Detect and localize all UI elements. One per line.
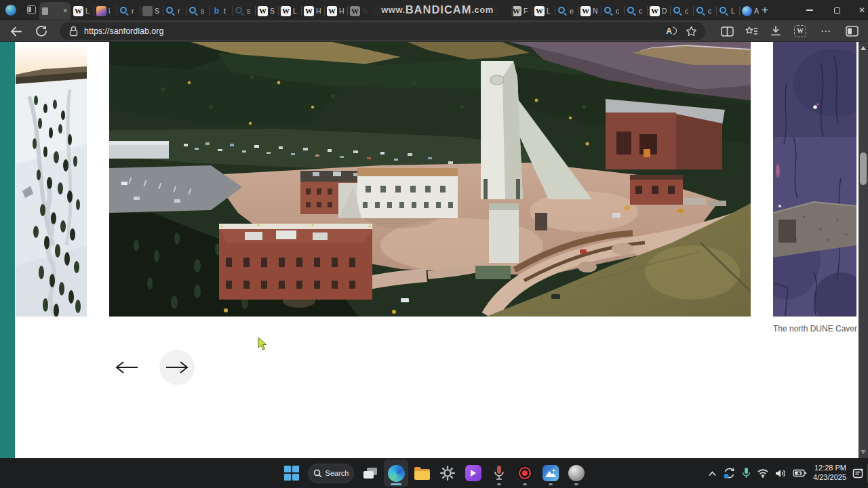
taskbar-app-clipchamp[interactable] [461,460,486,487]
carousel-prev-button[interactable] [115,361,139,374]
tab-title: c [708,7,711,15]
onedrive-sync-icon[interactable] [723,467,736,479]
tab-favicon [557,6,568,16]
browser-tab[interactable]: i [94,2,117,20]
browser-toolbar: https://sanfordlab.org A W ⋯ [0,20,868,42]
tab-favicon [534,6,545,16]
settings-more-icon[interactable]: ⋯ [818,24,834,39]
taskbar-app-file-explorer[interactable] [410,460,434,487]
task-view-icon [363,467,378,480]
collections-icon[interactable] [743,24,760,39]
tab-title: L [85,7,90,15]
page-scrollbar[interactable] [859,42,868,458]
taskbar-app-settings[interactable] [435,460,460,487]
taskbar-app-bandicam[interactable] [513,460,537,487]
tab-favicon [673,6,683,16]
hidden-icons-chevron[interactable] [708,470,717,476]
browser-tab[interactable]: N [578,2,601,20]
window-close-button[interactable]: ✕ [848,0,868,20]
tab-title: t [224,7,226,15]
notifications-icon[interactable] [852,468,864,479]
tab-favicon [650,6,660,16]
back-button[interactable] [8,24,23,39]
carousel-next-button[interactable] [159,350,195,385]
carousel-caption: The north DUNE Cavern. [773,324,857,333]
taskbar-app-globe[interactable] [564,460,589,487]
browser-tab[interactable]: s [186,2,209,20]
tab-title: i [108,7,110,15]
favorite-star-icon[interactable] [686,26,697,37]
tab-title: S [270,7,275,15]
volume-icon[interactable] [775,468,787,479]
tab-favicon [96,6,106,16]
browser-tab[interactable]: s [232,2,255,20]
carousel-image-snowy-canyon [16,42,87,317]
browser-tab[interactable]: D [647,2,670,20]
browser-tab[interactable]: L [71,2,94,20]
browser-tab[interactable]: H [324,2,347,20]
tab-title: s [201,7,204,15]
tab-favicon [304,6,314,16]
browser-tab[interactable]: H [301,2,324,20]
microphone-app-icon [494,465,505,481]
tab-favicon [350,6,360,16]
taskbar-app-voice-recorder[interactable] [487,460,511,487]
tab-actions-menu-icon[interactable] [27,5,36,14]
tab-favicon [604,6,614,16]
microphone-tray-icon[interactable] [742,467,751,479]
right-arrow-icon [165,361,189,374]
window-restore-button[interactable] [823,0,850,20]
taskbar-clock[interactable]: 12:28 PM 4/23/2025 [813,464,846,483]
browser-tab[interactable]: e [555,2,578,20]
url-text[interactable]: https://sanfordlab.org [84,26,666,36]
tab-favicon [580,6,591,16]
browser-tab[interactable]: S [140,2,163,20]
tab-close-icon[interactable]: ✕ [62,7,68,14]
window-minimize-button[interactable] [796,0,823,20]
browser-tab[interactable]: c [601,2,624,20]
browser-tab[interactable]: L [716,2,739,20]
browser-tab[interactable]: L [532,2,555,20]
battery-icon[interactable] [793,469,807,477]
tab-favicon [327,6,337,16]
scrollbar-up-arrow-icon[interactable] [861,46,866,50]
tab-title: c [616,7,619,15]
taskbar-search[interactable]: Search [308,464,354,483]
task-view-button[interactable] [358,460,382,487]
browser-tab[interactable]: r [117,2,140,20]
tab-favicon [258,6,268,16]
browser-tab[interactable]: ✕ [39,2,71,20]
browser-tab[interactable]: S [255,2,278,20]
tab-title: S [155,7,159,15]
browser-tab[interactable]: t [209,2,232,20]
refresh-button[interactable] [34,24,49,39]
extension-icon[interactable]: W [792,24,808,39]
sidebar-panel-icon[interactable] [844,24,860,39]
address-bar[interactable]: https://sanfordlab.org A [60,22,705,40]
wifi-icon[interactable] [757,468,769,478]
taskbar-app-edge[interactable] [384,460,408,487]
browser-tab[interactable]: L [278,2,301,20]
new-tab-button[interactable]: + [757,2,773,18]
scrollbar-thumb[interactable] [860,152,867,185]
mouse-cursor [258,338,269,353]
scrollbar-down-arrow-icon[interactable] [861,450,866,454]
browser-tab[interactable]: c [624,2,647,20]
downloads-icon[interactable] [768,24,784,39]
tab-title: L [547,7,551,15]
brick-building-lower-left [219,224,372,300]
start-button[interactable] [279,460,304,487]
read-aloud-icon[interactable]: A [666,26,672,36]
split-screen-icon[interactable] [719,24,735,39]
tab-favicon [696,6,706,16]
browser-tab[interactable]: r [163,2,186,20]
tab-title: r [178,7,180,15]
taskbar-app-photos[interactable] [538,460,563,487]
tab-favicon [42,7,48,15]
clock-time: 12:28 PM [813,464,846,473]
lock-icon[interactable] [69,26,78,37]
browser-tab[interactable]: c [693,2,716,20]
browser-tab[interactable]: c [670,2,693,20]
desktop-screen: ✕ L i r [0,0,868,488]
clock-date: 4/23/2025 [813,473,846,483]
